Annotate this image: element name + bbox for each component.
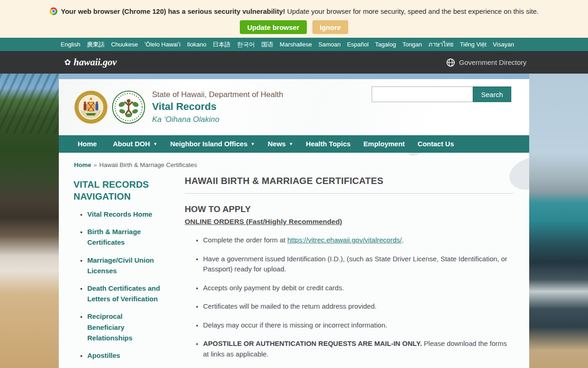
language-link-english[interactable]: English bbox=[61, 41, 80, 48]
how-to-apply-heading: HOW TO APPLY bbox=[185, 204, 514, 214]
main-navigation: Home About DOH▼ Neighbor Island Offices▼… bbox=[59, 135, 529, 153]
content-row: VITAL RECORDS NAVIGATION Vital Records H… bbox=[59, 171, 529, 368]
list-item-delays: Delays may occur if there is missing or … bbox=[203, 320, 514, 331]
language-link-hawaiian[interactable]: ʻŌlelo Hawaiʻi bbox=[144, 41, 181, 48]
vital-records-order-link[interactable]: https://vitrec.ehawaii.gov/vitalrecords/ bbox=[287, 236, 401, 244]
sidebar-item-birth-marriage-certificates: Birth & Marriage Certificates bbox=[87, 226, 161, 247]
banner-buttons: Update browser Ignore bbox=[0, 20, 588, 34]
breadcrumb-current: Hawaii Birth & Marriage Certificates bbox=[99, 161, 197, 168]
language-link-marshallese[interactable]: Marshallese bbox=[280, 41, 312, 48]
nav-item-home[interactable]: Home bbox=[71, 135, 107, 153]
agency-name: State of Hawaii, Department of Health bbox=[152, 90, 283, 99]
language-link-tagalog[interactable]: Tagalog bbox=[375, 41, 396, 48]
sidebar-item-reciprocal-beneficiary: Reciprocal Beneficiary Relationships bbox=[87, 311, 161, 343]
language-link-vietnamese[interactable]: Tiếng Việt bbox=[460, 41, 486, 48]
sidebar-item-death-certificates: Death Certificates and Letters of Verifi… bbox=[87, 283, 161, 304]
background-ocean-right bbox=[529, 74, 588, 368]
sidebar-nav-list: Vital Records Home Birth & Marriage Cert… bbox=[74, 209, 161, 368]
sidebar-item-marriage-civil-union-licenses: Marriage/Civil Union Licenses bbox=[87, 255, 161, 276]
search-input[interactable] bbox=[372, 86, 473, 102]
hawaii-gov-logo-text: hawaii.gov bbox=[74, 57, 117, 68]
breadcrumb: Home»Hawaii Birth & Marriage Certificate… bbox=[59, 153, 529, 171]
online-orders-heading: ONLINE ORDERS (Fast/Highly Recommended) bbox=[185, 218, 514, 226]
ignore-button[interactable]: Ignore bbox=[312, 20, 348, 34]
nav-item-contact-us[interactable]: Contact Us bbox=[411, 135, 460, 153]
nav-item-health-topics[interactable]: Health Topics bbox=[300, 135, 357, 153]
breadcrumb-separator: » bbox=[94, 161, 97, 168]
content-card: State of Hawaii, Department of Health Vi… bbox=[59, 79, 529, 368]
list-item-order-form: Complete the order form at https://vitre… bbox=[203, 235, 514, 246]
hibiscus-icon: ✿ bbox=[64, 58, 71, 66]
agency-seals bbox=[74, 90, 146, 124]
globe-icon bbox=[446, 58, 455, 67]
language-link-mandarin[interactable]: 国语 bbox=[261, 40, 273, 49]
sidebar-item-vital-records-home: Vital Records Home bbox=[87, 209, 161, 219]
nav-item-news[interactable]: News▼ bbox=[261, 135, 300, 153]
language-bar: English 廣東話 Chuukese ʻŌlelo Hawaiʻi Ilok… bbox=[0, 38, 588, 51]
hawaii-gov-logo[interactable]: ✿ hawaii.gov bbox=[64, 57, 117, 68]
sidebar-title: VITAL RECORDS NAVIGATION bbox=[74, 178, 165, 202]
sidebar-item-apostilles: Apostilles bbox=[87, 350, 161, 361]
state-of-hawaii-seal bbox=[74, 90, 108, 124]
page-root: Your web browser (Chrome 120) has a seri… bbox=[0, 0, 588, 368]
language-link-korean[interactable]: 한국어 bbox=[237, 40, 255, 49]
hawaii-gov-bar: ✿ hawaii.gov Government Directory bbox=[0, 51, 588, 74]
list-item-payment: Accepts only payment by debit or credit … bbox=[203, 283, 514, 293]
page-title: HAWAII BIRTH & MARRIAGE CERTIFICATES bbox=[185, 176, 514, 186]
browser-warning-banner: Your web browser (Chrome 120) has a seri… bbox=[0, 0, 588, 38]
nav-item-employment[interactable]: Employment bbox=[357, 135, 411, 153]
nav-item-about-doh[interactable]: About DOH▼ bbox=[107, 135, 164, 153]
main-content: HAWAII BIRTH & MARRIAGE CERTIFICATES HOW… bbox=[185, 175, 529, 368]
site-titles: State of Hawaii, Department of Health Vi… bbox=[152, 90, 283, 124]
site-title: Vital Records bbox=[152, 101, 283, 113]
language-link-ilokano[interactable]: Ilokano bbox=[187, 41, 206, 48]
banner-message-rest: Update your browser for more security, s… bbox=[285, 7, 539, 15]
language-link-visayan[interactable]: Visayan bbox=[493, 41, 514, 48]
title-divider bbox=[185, 193, 514, 194]
banner-message: Your web browser (Chrome 120) has a seri… bbox=[0, 7, 588, 16]
government-directory-link[interactable]: Government Directory bbox=[446, 58, 526, 67]
vital-records-sidebar: VITAL RECORDS NAVIGATION Vital Records H… bbox=[59, 175, 185, 368]
language-link-cantonese[interactable]: 廣東話 bbox=[87, 40, 105, 49]
language-link-espanol[interactable]: Español bbox=[347, 41, 368, 48]
department-of-health-seal bbox=[112, 90, 146, 124]
chevron-down-icon: ▼ bbox=[289, 142, 293, 146]
language-list: English 廣東話 Chuukese ʻŌlelo Hawaiʻi Ilok… bbox=[59, 38, 529, 51]
language-link-japanese[interactable]: 日本語 bbox=[213, 40, 231, 49]
nav-item-neighbor-island-offices[interactable]: Neighbor Island Offices▼ bbox=[164, 135, 261, 153]
chevron-down-icon: ▼ bbox=[251, 142, 255, 146]
breadcrumb-home-link[interactable]: Home bbox=[74, 161, 91, 168]
update-browser-button[interactable]: Update browser bbox=[240, 20, 306, 34]
language-link-tongan[interactable]: Tongan bbox=[402, 41, 422, 48]
search-area: Search bbox=[372, 86, 511, 102]
site-subtitle-hawaiian: Ka ʻOihana Olakino bbox=[152, 115, 283, 124]
language-link-chuukese[interactable]: Chuukese bbox=[111, 41, 138, 48]
site-header: State of Hawaii, Department of Health Vi… bbox=[59, 79, 529, 135]
government-directory-label: Government Directory bbox=[459, 58, 526, 66]
banner-message-bold: Your web browser (Chrome 120) has a seri… bbox=[61, 7, 285, 15]
list-item-identification: Have a government issued Identification … bbox=[203, 254, 514, 275]
how-to-apply-list: Complete the order form at https://vitre… bbox=[185, 235, 514, 359]
language-link-samoan[interactable]: Samoan bbox=[318, 41, 340, 48]
list-item-apostille: APOSTILLE OR AUTHENTICATION REQUESTS ARE… bbox=[203, 339, 514, 359]
chevron-down-icon: ▼ bbox=[153, 142, 158, 146]
chrome-icon bbox=[50, 7, 57, 15]
language-link-thai[interactable]: ภาษาไทย bbox=[429, 40, 453, 49]
list-item-mailing: Certificates will be mailed to the retur… bbox=[203, 301, 514, 312]
background-palm-beach-left bbox=[0, 74, 59, 368]
search-button[interactable]: Search bbox=[473, 86, 511, 102]
